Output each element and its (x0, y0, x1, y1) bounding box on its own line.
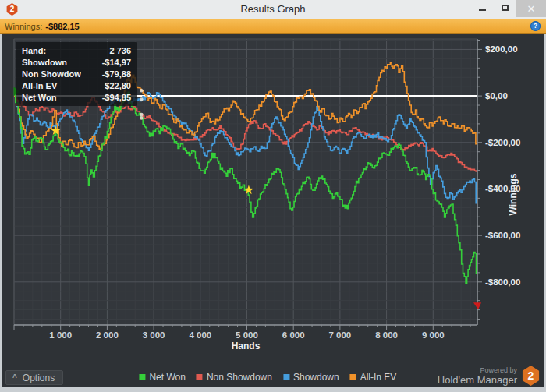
tooltip-label: Net Won (22, 93, 81, 102)
x-tick-label: 8 000 (375, 330, 398, 340)
legend-swatch (283, 374, 289, 380)
x-tick-label: 5 000 (236, 330, 258, 340)
tooltip-value: -$94,85 (81, 93, 131, 102)
chevron-up-icon: ^ (12, 374, 17, 382)
chart-legend: Net Won Non Showdown Showdown All-In EV (139, 372, 396, 383)
tooltip-label: All-In EV (22, 81, 81, 90)
tooltip-label: Hand: (22, 46, 81, 55)
hand-tooltip: Hand:2 736 Showdown-$14,97 Non Showdown-… (16, 42, 137, 106)
winnings-status-bar: Winnings: -$882,15 ? (0, 19, 546, 34)
legend-swatch (350, 374, 356, 380)
tooltip-value: $22,80 (81, 81, 131, 90)
y-tick-label: $0,00 (485, 91, 508, 101)
tooltip-value: 2 736 (81, 46, 131, 55)
tooltip-label: Showdown (22, 58, 81, 67)
legend-label: Net Won (149, 372, 185, 383)
legend-swatch (197, 374, 203, 380)
cursor-dot (140, 89, 144, 93)
legend-label: All-In EV (360, 372, 397, 383)
legend-swatch (139, 374, 145, 380)
window-title: Results Graph (0, 3, 546, 15)
legend-label: Non Showdown (207, 372, 272, 383)
brand-name: Hold'em Manager (438, 374, 517, 386)
legend-label: Showdown (293, 372, 339, 383)
maximize-button[interactable] (494, 0, 516, 16)
tooltip-value: -$79,88 (81, 69, 131, 79)
window-controls: ✕ (471, 0, 546, 19)
legend-item-showdown[interactable]: Showdown (283, 372, 339, 383)
powered-by-text: Powered by (438, 366, 517, 374)
x-tick-label: 3 000 (143, 330, 165, 340)
y-axis-title: Winnings (508, 173, 519, 215)
legend-item-net-won[interactable]: Net Won (139, 372, 185, 383)
options-label: Options (23, 373, 55, 383)
options-button[interactable]: ^ Options (5, 370, 63, 385)
bottom-bar: ^ Options Net Won Non Showdown Showdown … (2, 362, 544, 387)
tooltip-label: Non Showdown (22, 69, 81, 79)
x-tick-label: 7 000 (328, 330, 351, 340)
cursor-dot (140, 116, 144, 120)
minimize-icon (479, 9, 486, 11)
close-icon: ✕ (527, 3, 536, 15)
results-graph-window: 2 Results Graph ✕ Winnings: -$882,15 ? 1… (0, 0, 546, 392)
y-tick-label: $200,00 (485, 44, 518, 54)
x-tick-label: 9 000 (422, 330, 445, 340)
close-button[interactable]: ✕ (516, 0, 546, 17)
x-axis-title: Hands (232, 341, 261, 351)
maximize-icon (502, 5, 509, 11)
minimize-button[interactable] (471, 0, 494, 16)
help-icon[interactable]: ? (530, 21, 541, 31)
title-bar[interactable]: 2 Results Graph ✕ (0, 0, 546, 19)
x-tick-label: 4 000 (189, 330, 211, 340)
x-tick-label: 6 000 (282, 330, 305, 340)
tooltip-value: -$14,97 (81, 58, 131, 67)
legend-item-non-showdown[interactable]: Non Showdown (197, 372, 272, 383)
y-tick-label: -$200,00 (485, 138, 520, 147)
cursor-dot (140, 113, 144, 117)
winnings-label: Winnings: (5, 22, 42, 31)
x-tick-label: 2 000 (96, 330, 119, 340)
y-tick-label: -$600,00 (485, 231, 520, 240)
y-tick-label: -$800,00 (485, 277, 520, 287)
hem2-logo-icon: 2 (522, 366, 540, 386)
winnings-value: -$882,15 (45, 22, 79, 31)
x-tick-label: 1 000 (49, 330, 72, 340)
legend-item-allin-ev[interactable]: All-In EV (350, 372, 397, 383)
cursor-dot (140, 97, 144, 101)
branding: Powered by Hold'em Manager 2 (438, 366, 540, 386)
